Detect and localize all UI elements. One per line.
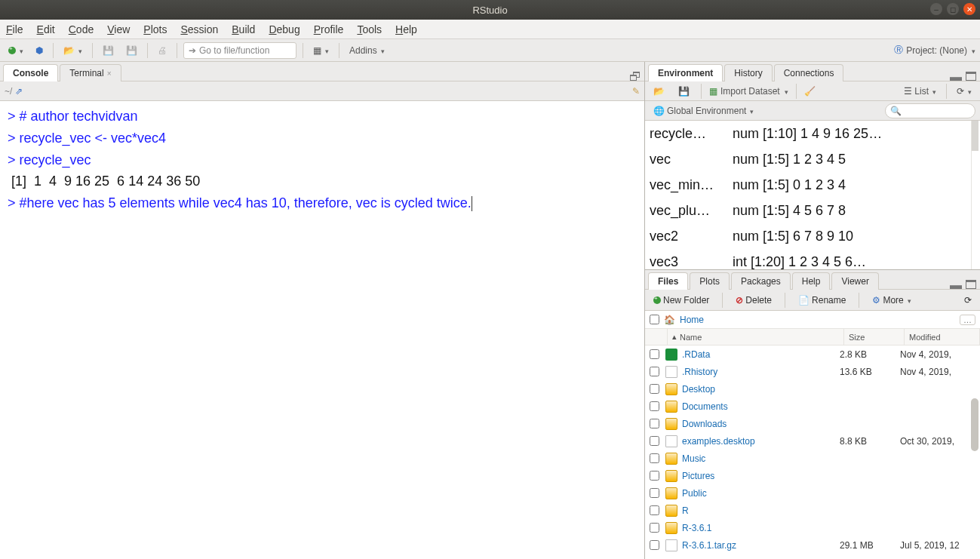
- menu-help[interactable]: Help: [395, 23, 417, 35]
- pane-minimize-icon[interactable]: ▬: [950, 278, 960, 289]
- home-icon[interactable]: 🏠: [664, 315, 675, 325]
- file-link[interactable]: R-3.6.1.tar.gz: [682, 540, 736, 551]
- file-checkbox[interactable]: [650, 471, 659, 481]
- file-checkbox[interactable]: [650, 488, 659, 498]
- grid-button[interactable]: ▦: [309, 43, 333, 58]
- file-row[interactable]: Pictures: [645, 467, 980, 484]
- col-name[interactable]: ▴ Name: [668, 329, 844, 345]
- env-var-row[interactable]: vec_plu…num [1:5] 4 5 6 7 8: [645, 198, 980, 223]
- file-link[interactable]: R: [682, 505, 689, 516]
- env-var-row[interactable]: vec3int [1:20] 1 2 3 4 5 6…: [645, 249, 980, 269]
- tab-help[interactable]: Help: [792, 272, 831, 290]
- menu-tools[interactable]: Tools: [357, 23, 382, 35]
- file-link[interactable]: Downloads: [682, 419, 727, 429]
- file-row[interactable]: Music: [645, 450, 980, 467]
- file-checkbox[interactable]: [650, 349, 659, 359]
- file-link[interactable]: R-3.6.1: [682, 523, 711, 533]
- file-checkbox[interactable]: [650, 401, 659, 411]
- file-checkbox[interactable]: [650, 436, 659, 446]
- env-search-input[interactable]: 🔍: [885, 103, 975, 118]
- env-scope-button[interactable]: 🌐 Global Environment: [650, 103, 757, 118]
- pane-maximize-icon[interactable]: 🗖: [965, 278, 975, 289]
- tab-packages[interactable]: Packages: [731, 272, 791, 290]
- pane-minimize-icon[interactable]: ▬: [950, 70, 960, 81]
- new-project-button[interactable]: ⬢: [32, 43, 47, 58]
- pane-restore-icon[interactable]: 🗗: [629, 70, 640, 81]
- file-checkbox[interactable]: [650, 540, 659, 550]
- tab-history[interactable]: History: [724, 64, 772, 81]
- tab-connections[interactable]: Connections: [774, 64, 844, 81]
- file-row[interactable]: R: [645, 502, 980, 519]
- file-checkbox[interactable]: [650, 367, 659, 376]
- file-row[interactable]: .Rhistory13.6 KBNov 4, 2019,: [645, 363, 980, 380]
- close-icon[interactable]: ×: [107, 69, 112, 78]
- file-link[interactable]: Public: [682, 488, 707, 499]
- menu-file[interactable]: File: [6, 23, 23, 35]
- tab-terminal[interactable]: Terminal×: [60, 64, 121, 81]
- refresh-files-button[interactable]: ⟳: [960, 293, 975, 308]
- env-var-row[interactable]: recycle…num [1:10] 1 4 9 16 25…: [645, 121, 980, 146]
- goto-file-input[interactable]: ➔Go to file/function: [183, 42, 296, 59]
- tab-files[interactable]: Files: [648, 272, 688, 290]
- menu-code[interactable]: Code: [69, 23, 94, 35]
- menu-edit[interactable]: Edit: [37, 23, 55, 35]
- file-row[interactable]: Public: [645, 484, 980, 502]
- menu-profile[interactable]: Profile: [314, 23, 344, 35]
- open-file-button[interactable]: 📂: [60, 43, 86, 58]
- file-checkbox[interactable]: [650, 523, 659, 533]
- delete-button[interactable]: ⊘ Delete: [732, 293, 776, 308]
- menu-session[interactable]: Session: [180, 23, 218, 35]
- addins-button[interactable]: Addins: [346, 43, 389, 58]
- menu-build[interactable]: Build: [232, 23, 255, 35]
- tab-console[interactable]: Console: [3, 64, 58, 81]
- load-workspace-button[interactable]: 📂: [650, 84, 668, 99]
- file-row[interactable]: Downloads: [645, 415, 980, 432]
- file-link[interactable]: .RData: [682, 349, 710, 360]
- clear-console-icon[interactable]: ✎: [632, 86, 640, 97]
- file-checkbox[interactable]: [650, 505, 659, 515]
- maximize-button[interactable]: ◻: [947, 3, 959, 15]
- tab-environment[interactable]: Environment: [648, 64, 723, 81]
- close-button[interactable]: ✕: [963, 3, 975, 15]
- import-dataset-button[interactable]: ▦Import Dataset: [709, 86, 788, 97]
- select-all-checkbox[interactable]: [650, 315, 659, 324]
- minimize-button[interactable]: –: [930, 3, 942, 15]
- file-link[interactable]: Documents: [682, 401, 728, 412]
- refresh-env-button[interactable]: ⟳: [953, 84, 975, 99]
- file-link[interactable]: examples.desktop: [682, 436, 755, 447]
- menu-debug[interactable]: Debug: [269, 23, 300, 35]
- tab-plots[interactable]: Plots: [690, 272, 730, 290]
- save-button[interactable]: 💾: [99, 43, 118, 58]
- save-all-button[interactable]: 💾: [122, 43, 141, 58]
- file-row[interactable]: Desktop: [645, 380, 980, 398]
- file-link[interactable]: .Rhistory: [682, 367, 717, 377]
- file-link[interactable]: Music: [682, 453, 705, 464]
- file-link[interactable]: Pictures: [682, 471, 714, 481]
- file-checkbox[interactable]: [650, 384, 659, 394]
- file-row[interactable]: R-3.6.1.tar.gz29.1 MBJul 5, 2019, 12: [645, 536, 980, 554]
- menu-plots[interactable]: Plots: [143, 23, 167, 35]
- file-checkbox[interactable]: [650, 453, 659, 463]
- env-var-row[interactable]: vec2num [1:5] 6 7 8 9 10: [645, 223, 980, 249]
- env-var-row[interactable]: vec_min…num [1:5] 0 1 2 3 4: [645, 172, 980, 198]
- menu-view[interactable]: View: [107, 23, 130, 35]
- file-row[interactable]: .RData2.8 KBNov 4, 2019,: [645, 346, 980, 363]
- rename-button[interactable]: 📄 Rename: [794, 293, 849, 308]
- list-view-button[interactable]: ☰ List: [900, 84, 940, 99]
- breadcrumb-home[interactable]: Home: [680, 315, 704, 325]
- new-file-button[interactable]: [5, 43, 27, 58]
- file-link[interactable]: Desktop: [682, 384, 715, 395]
- more-button[interactable]: ⚙ More: [868, 293, 914, 308]
- col-size[interactable]: Size: [844, 329, 905, 345]
- save-workspace-button[interactable]: 💾: [674, 84, 693, 99]
- project-menu[interactable]: ⓇProject: (None): [894, 44, 975, 57]
- print-button[interactable]: 🖨: [154, 43, 171, 58]
- clear-env-icon[interactable]: 🧹: [804, 86, 816, 97]
- path-options-button[interactable]: …: [960, 315, 975, 325]
- file-row[interactable]: Documents: [645, 398, 980, 415]
- col-modified[interactable]: Modified: [905, 329, 980, 345]
- tab-viewer[interactable]: Viewer: [831, 272, 878, 290]
- new-folder-button[interactable]: New Folder: [650, 293, 713, 308]
- console-output[interactable]: > # author techvidvan> recycle_vec <- ve…: [0, 101, 644, 559]
- file-row[interactable]: R-3.6.1: [645, 519, 980, 536]
